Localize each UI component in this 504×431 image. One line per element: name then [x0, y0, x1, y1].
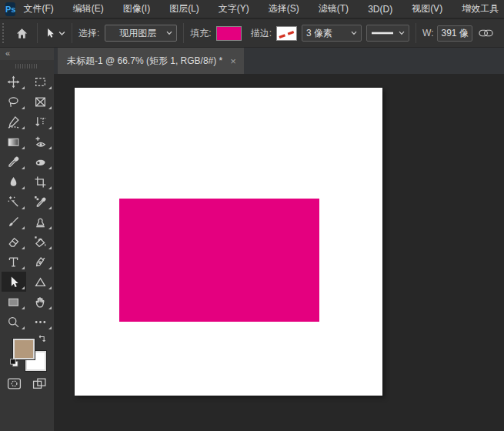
menu-bar: Ps 文件(F) 编辑(E) 图像(I) 图层(L) 文字(Y) 选择(S) 滤…	[0, 0, 504, 18]
type-tool[interactable]	[2, 252, 26, 272]
menu-3d[interactable]: 3D(D)	[368, 4, 392, 15]
magic-wand-tool[interactable]	[2, 192, 26, 212]
eyedropper-icon	[7, 155, 20, 169]
marquee-icon	[34, 75, 47, 89]
eyedropper-tool[interactable]	[2, 152, 26, 172]
separator	[37, 23, 38, 43]
menu-file[interactable]: 文件(F)	[23, 2, 53, 15]
menu-select[interactable]: 选择(S)	[269, 2, 299, 15]
menu-image[interactable]: 图像(I)	[123, 2, 150, 15]
fill-label: 填充:	[190, 27, 211, 40]
document-tab[interactable]: 未标题-1 @ 66.7% (矩形 1, RGB/8#) * ×	[58, 48, 244, 74]
type-mask-tool[interactable]	[28, 112, 53, 132]
document-tab-title: 未标题-1 @ 66.7% (矩形 1, RGB/8#) *	[67, 55, 222, 68]
options-bar-grip[interactable]	[2, 23, 5, 43]
tab-close-button[interactable]: ×	[230, 55, 236, 67]
menu-layer[interactable]: 图层(L)	[169, 2, 199, 15]
pink-rectangle-shape[interactable]	[119, 199, 319, 322]
select-mode-label: 选择:	[78, 27, 99, 40]
3d-material-eyedropper-tool[interactable]	[28, 152, 53, 172]
chevron-down-icon	[399, 31, 405, 35]
separator	[72, 23, 72, 43]
shape-width-input[interactable]: 391 像	[437, 25, 472, 42]
path-select-icon	[7, 276, 20, 289]
pasteboard[interactable]	[54, 74, 504, 431]
toolbar-collapse-button[interactable]: «	[0, 48, 54, 60]
tool-preset[interactable]	[44, 27, 65, 39]
shape-width-label: W:	[422, 28, 433, 38]
quick-mask-icon[interactable]	[7, 377, 22, 390]
menu-type[interactable]: 文字(Y)	[219, 2, 249, 15]
document-tab-bar: 未标题-1 @ 66.7% (矩形 1, RGB/8#) * ×	[54, 48, 504, 74]
paint-bucket-icon	[34, 236, 47, 249]
hand-tool[interactable]	[28, 292, 53, 312]
blur-tool[interactable]	[2, 172, 26, 192]
brush-icon	[7, 216, 20, 229]
options-bar: 选择: 现用图层 填充: 描边: 3 像素	[0, 19, 504, 48]
paint-bucket-tool[interactable]	[28, 232, 53, 252]
separator	[183, 23, 184, 43]
chevron-down-icon	[166, 31, 172, 35]
frame-icon	[34, 95, 47, 109]
hand-icon	[34, 296, 47, 309]
red-eye-tool[interactable]	[28, 132, 53, 152]
clone-stamp-tool[interactable]	[28, 212, 53, 232]
photoshop-window: Ps 文件(F) 编辑(E) 图像(I) 图层(L) 文字(Y) 选择(S) 滤…	[0, 0, 504, 431]
triangle-icon	[34, 276, 47, 289]
rectangle-shape-tool[interactable]	[2, 292, 26, 312]
fill-color-swatch[interactable]	[216, 26, 242, 41]
stroke-type-dropdown[interactable]	[366, 25, 409, 42]
toolbar-bottom-buttons	[0, 377, 54, 390]
move-icon	[7, 75, 20, 89]
foreground-color-swatch[interactable]	[13, 339, 35, 359]
water-drop-icon	[7, 175, 20, 189]
brush-tool[interactable]	[2, 212, 26, 232]
healing-brush-tool[interactable]	[2, 112, 26, 132]
select-mode-dropdown[interactable]: 现用图层	[105, 25, 177, 42]
type-mask-icon	[34, 115, 47, 129]
stroke-width-dropdown[interactable]: 3 像素	[302, 25, 362, 42]
lasso-tool[interactable]	[2, 92, 26, 112]
home-button[interactable]	[12, 24, 31, 42]
default-colors-icon[interactable]	[9, 358, 19, 368]
path-select-cursor-icon	[44, 27, 55, 39]
stroke-color-swatch[interactable]	[276, 26, 297, 41]
crop-tool[interactable]	[28, 172, 53, 192]
menu-plugins[interactable]: 增效工具	[462, 2, 499, 15]
solid-line-icon	[371, 32, 394, 35]
gradient-tool[interactable]	[2, 132, 26, 152]
toolbar-grip[interactable]	[15, 64, 38, 68]
menu-filter[interactable]: 滤镜(T)	[319, 2, 349, 15]
pen-icon	[34, 256, 47, 269]
path-selection-tool[interactable]	[2, 272, 26, 292]
link-dimensions-icon[interactable]	[479, 28, 493, 38]
eraser-tool[interactable]	[2, 232, 26, 252]
screen-mode-icon[interactable]	[32, 377, 47, 390]
stroke-label: 描边:	[251, 27, 272, 40]
magnifier-icon	[7, 316, 20, 329]
frame-tool[interactable]	[28, 92, 53, 112]
healing-brush-icon	[7, 115, 20, 129]
rectangular-marquee-tool[interactable]	[28, 72, 53, 92]
stamp-icon	[34, 216, 47, 229]
toolbar: «	[0, 48, 54, 431]
magic-wand-icon	[7, 195, 20, 209]
document-canvas[interactable]	[75, 88, 382, 396]
menu-edit[interactable]: 编辑(E)	[73, 2, 104, 15]
chevron-down-icon	[351, 31, 357, 35]
move-tool[interactable]	[2, 72, 26, 92]
no-stroke-slash-icon	[277, 27, 297, 41]
separator	[416, 23, 416, 43]
color-sampler-tool[interactable]	[28, 192, 53, 212]
red-eye-icon	[34, 135, 47, 149]
pen-tool[interactable]	[28, 252, 53, 272]
crop-icon	[34, 175, 47, 189]
more-tools-button[interactable]	[28, 312, 53, 332]
swap-colors-icon[interactable]	[37, 334, 48, 345]
triangle-shape-tool[interactable]	[28, 272, 53, 292]
select-mode-value: 现用图层	[109, 27, 166, 40]
type-icon	[7, 256, 20, 269]
menu-view[interactable]: 视图(V)	[412, 2, 442, 15]
material-blob-icon	[34, 155, 47, 169]
zoom-tool[interactable]	[2, 312, 26, 332]
